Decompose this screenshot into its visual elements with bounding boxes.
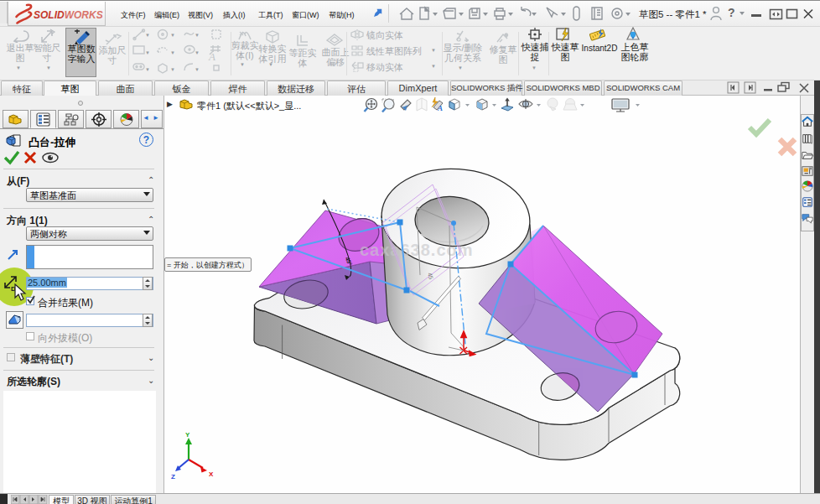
- svg-text:Z: Z: [171, 473, 175, 481]
- svg-text:Y: Y: [185, 431, 190, 439]
- svg-text:A: A: [208, 50, 215, 63]
- svg-text:X: X: [209, 470, 214, 478]
